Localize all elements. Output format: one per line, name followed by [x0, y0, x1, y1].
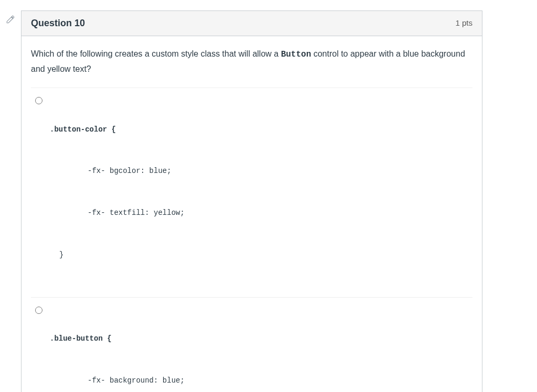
question-header: Question 10 1 pts — [22, 11, 482, 36]
pencil-icon — [6, 15, 15, 24]
edit-icon-column — [0, 10, 21, 24]
answers-list: .button-color { -fx- bgcolor: blue; -fx-… — [31, 88, 472, 392]
question-text-before: Which of the following creates a custom … — [31, 49, 281, 58]
question-text: Which of the following creates a custom … — [31, 47, 472, 76]
question-points: 1 pts — [455, 17, 472, 29]
answer-option[interactable]: .button-color { -fx- bgcolor: blue; -fx-… — [31, 88, 472, 297]
answer-radio[interactable] — [35, 307, 42, 314]
answer-code: .blue-button { -fx- background: blue; -f… — [50, 304, 185, 392]
question-container: Question 10 1 pts Which of the following… — [21, 10, 482, 392]
code-line: -fx- textfill: yellow; — [50, 206, 185, 220]
question-title: Question 10 — [31, 16, 85, 30]
code-close: } — [50, 248, 185, 262]
answer-option[interactable]: .blue-button { -fx- background: blue; -f… — [31, 297, 472, 392]
question-body: Which of the following creates a custom … — [22, 36, 482, 392]
code-selector: .blue-button { — [50, 332, 185, 346]
answer-code: .button-color { -fx- bgcolor: blue; -fx-… — [50, 94, 185, 289]
answer-radio[interactable] — [35, 97, 42, 104]
code-line: -fx- background: blue; — [50, 374, 185, 388]
question-inline-code: Button — [281, 50, 312, 59]
code-selector: .button-color { — [50, 123, 185, 137]
code-line: -fx- bgcolor: blue; — [50, 164, 185, 178]
